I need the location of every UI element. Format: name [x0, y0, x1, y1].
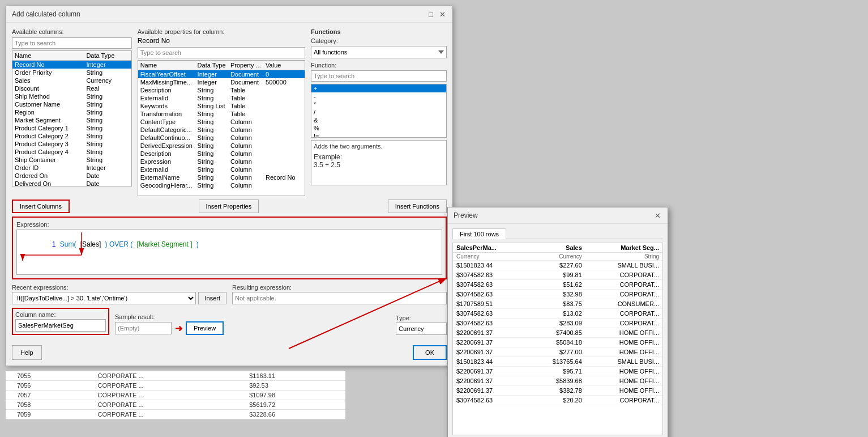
sample-label: Sample result: — [115, 313, 390, 320]
functions-label: Functions — [311, 28, 447, 35]
column-row[interactable]: SalesCurrency — [12, 77, 131, 84]
preview-header: Market Seg... — [585, 243, 662, 253]
functions-description: Adds the two arguments. Example: 3.5 + 2… — [311, 140, 447, 185]
function-item[interactable]: != — [311, 132, 446, 138]
insert-properties-button[interactable]: Insert Properties — [199, 200, 259, 213]
property-row[interactable]: DescriptionStringColumn — [138, 150, 305, 158]
top-section: Available columns: Name Data Type Record… — [12, 28, 447, 196]
function-item[interactable]: + — [311, 84, 446, 92]
insert-columns-button[interactable]: Insert Columns — [12, 200, 70, 213]
column-row[interactable]: DiscountReal — [12, 84, 131, 92]
preview-subheader: Currency — [528, 253, 585, 261]
column-row[interactable]: Customer NameString — [12, 100, 131, 108]
property-row[interactable]: ExternalNameStringColumnRecord No — [138, 173, 305, 181]
preview-row: $3074582.63$13.02CORPORAT... — [453, 309, 662, 319]
dialog-close-button[interactable]: ✕ — [438, 10, 447, 19]
column-row[interactable]: Order IDInteger — [12, 164, 131, 172]
properties-table: Name Data Type Property ... Value Fiscal… — [138, 61, 305, 189]
column-row[interactable]: Market SegmentString — [12, 116, 131, 124]
insert-buttons-row: Insert Columns Insert Properties Insert … — [12, 200, 447, 213]
property-row[interactable]: DerivedExpressionStringColumn — [138, 142, 305, 150]
columns-search-input[interactable] — [12, 37, 132, 49]
insert-functions-button[interactable]: Insert Functions — [388, 200, 447, 213]
function-item[interactable]: / — [311, 108, 446, 116]
preview-tab-first100[interactable]: First 100 rows — [452, 228, 506, 239]
function-item[interactable]: & — [311, 116, 446, 124]
expr-num: 1 — [52, 240, 56, 248]
column-row[interactable]: Ordered OnDate — [12, 172, 131, 180]
property-row[interactable]: ExternalIdStringTable — [138, 94, 305, 102]
sample-row: ➜ Preview — [115, 321, 390, 335]
preview-titlebar: Preview ✕ — [448, 207, 668, 224]
available-columns-panel: Available columns: Name Data Type Record… — [12, 28, 132, 196]
category-select[interactable]: All functions — [311, 46, 447, 58]
expression-editor[interactable]: 1 Sum( [Sales] ) OVER ( [Market Segment … — [16, 230, 442, 275]
preview-button[interactable]: Preview — [186, 321, 224, 335]
function-item[interactable]: * — [311, 100, 446, 108]
column-row[interactable]: Product Category 4String — [12, 148, 131, 156]
prop-header-property: Property ... — [228, 61, 263, 70]
insert-recent-button[interactable]: Insert — [198, 292, 226, 304]
col-header-scroll — [125, 51, 131, 61]
column-row[interactable]: Record NoInteger — [12, 61, 131, 69]
property-row[interactable]: ExternalIdStringColumn — [138, 166, 305, 173]
property-row[interactable]: DefaultContinuo...StringColumn — [138, 134, 305, 142]
col-name-label: Column name: — [15, 311, 106, 318]
column-row[interactable]: Order PriorityString — [12, 69, 131, 77]
preview-row: $2200691.37$95.71HOME OFFI... — [453, 367, 662, 376]
preview-close-button[interactable]: ✕ — [653, 211, 662, 220]
properties-search-input[interactable] — [138, 47, 305, 58]
recent-expr-row: If([DaysToDelive...] > 30, 'Late','Ontim… — [12, 292, 226, 304]
titlebar-buttons: □ ✕ — [426, 10, 447, 19]
help-button[interactable]: Help — [12, 345, 42, 360]
recent-expr-select[interactable]: If([DaysToDelive...] > 30, 'Late','Ontim… — [12, 292, 196, 304]
columns-table: Name Data Type Record NoIntegerOrder Pri… — [12, 51, 131, 186]
preview-row: $2200691.37$5084.18HOME OFFI... — [453, 338, 662, 347]
column-row[interactable]: Ship MethodString — [12, 92, 131, 100]
preview-tab-bar: First 100 rows — [452, 228, 663, 239]
bg-table-row: 7059CORPORATE ...$3228.66 — [6, 410, 345, 419]
ok-button[interactable]: OK — [413, 345, 447, 360]
resulting-expression-input[interactable] — [232, 292, 447, 304]
main-dialog: Add calculated column □ ✕ Available colu… — [6, 6, 453, 366]
property-row[interactable]: DescriptionStringTable — [138, 86, 305, 94]
sample-result-group: Sample result: ➜ Preview — [115, 313, 390, 335]
preview-row: $3074582.63$32.98CORPORAT... — [453, 290, 662, 299]
properties-panel: Available properties for column: Record … — [138, 28, 305, 196]
arrow-right-icon: ➜ — [175, 323, 182, 334]
property-row[interactable]: FiscalYearOffsetIntegerDocument0 — [138, 70, 305, 79]
preview-subheader: Currency — [453, 253, 528, 261]
prop-header-name: Name — [138, 61, 195, 70]
column-row[interactable]: Product Category 1String — [12, 124, 131, 132]
main-dialog-title: Add calculated column — [12, 10, 80, 18]
functions-search-input[interactable] — [311, 70, 447, 82]
property-row[interactable]: DefaultCategoric...StringColumn — [138, 126, 305, 134]
function-item[interactable]: - — [311, 92, 446, 100]
column-row[interactable]: Delivered OnDate — [12, 180, 131, 186]
column-row[interactable]: Ship ContainerString — [12, 156, 131, 164]
resulting-label: Resulting expression: — [232, 284, 447, 291]
bg-table-row: 7057CORPORATE ...$1097.98 — [6, 391, 345, 400]
column-row[interactable]: RegionString — [12, 108, 131, 116]
type-label: Type: — [396, 315, 447, 321]
example-label: Example: — [314, 153, 342, 161]
bg-data-table: 7055CORPORATE ...$1163.117056CORPORATE .… — [6, 371, 345, 419]
properties-header-label: Available properties for column: — [138, 28, 305, 35]
property-row[interactable]: MaxMissingTime...IntegerDocument500000 — [138, 78, 305, 86]
preview-row: $3074582.63$51.62CORPORAT... — [453, 280, 662, 290]
function-label: Function: — [311, 62, 447, 69]
minimize-button[interactable]: □ — [426, 10, 435, 19]
function-item[interactable]: % — [311, 124, 446, 132]
property-row[interactable]: ContentTypeStringColumn — [138, 118, 305, 126]
type-input[interactable]: Currency — [396, 323, 447, 335]
column-row[interactable]: Product Category 2String — [12, 132, 131, 140]
sample-result-input[interactable] — [115, 322, 172, 334]
prop-header-type: Data Type — [195, 61, 228, 70]
column-name-input[interactable] — [15, 319, 106, 332]
preview-table-container: SalesPerMa...SalesMarket Seg... Currency… — [452, 243, 663, 435]
column-row[interactable]: Product Category 3String — [12, 140, 131, 148]
property-row[interactable]: GeocodingHierar...StringColumn — [138, 181, 305, 189]
property-row[interactable]: KeywordsString ListTable — [138, 102, 305, 110]
property-row[interactable]: TransformationStringTable — [138, 110, 305, 118]
property-row[interactable]: ExpressionStringColumn — [138, 158, 305, 166]
